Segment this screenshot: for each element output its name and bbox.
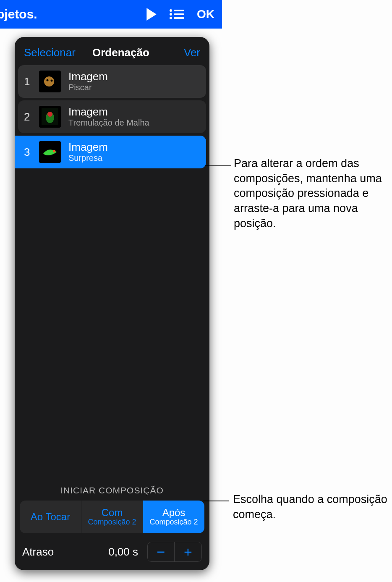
callout-reorder: Para alterar a ordem das composições, ma… — [234, 156, 389, 231]
build-index: 3 — [24, 146, 31, 159]
svg-rect-6 — [174, 17, 184, 19]
select-button[interactable]: Selecionar — [24, 46, 76, 59]
delay-row: Atraso 0,00 s − + — [20, 542, 204, 562]
build-thumbnail — [39, 106, 61, 128]
callout-text: Escolha quando a composição começa. — [233, 492, 388, 522]
build-order-popover: Selecionar Ordenação Ver 1 Imagem Piscar… — [15, 37, 209, 570]
done-button[interactable]: OK — [197, 8, 214, 21]
segment-label: Após — [162, 507, 186, 518]
build-row[interactable]: 2 Imagem Tremulação de Malha — [18, 100, 206, 133]
svg-point-3 — [170, 13, 172, 16]
delay-stepper: − + — [147, 542, 202, 562]
stepper-plus[interactable]: + — [175, 542, 201, 561]
view-button[interactable]: Ver — [184, 46, 200, 59]
stepper-minus[interactable]: − — [148, 542, 175, 561]
segment-sublabel: Composição 2 — [149, 518, 198, 527]
start-option-on-tap[interactable]: Ao Tocar — [20, 501, 81, 533]
popover-title: Ordenação — [92, 46, 149, 59]
build-list: 1 Imagem Piscar 2 Imagem Tremulação de M… — [15, 65, 209, 168]
build-thumbnail — [39, 71, 61, 92]
build-row[interactable]: 1 Imagem Piscar — [18, 65, 206, 98]
svg-point-5 — [170, 17, 172, 19]
toolbar-title-fragment: bjetos. — [0, 7, 37, 21]
build-order-icon[interactable] — [169, 8, 184, 20]
toolbar: bjetos. OK — [0, 0, 222, 29]
build-name: Imagem — [68, 141, 108, 154]
segment-label: Com — [102, 507, 123, 518]
build-effect: Piscar — [68, 83, 108, 92]
build-effect: Surpresa — [68, 153, 108, 163]
start-option-with[interactable]: Com Composição 2 — [81, 501, 143, 533]
build-name: Imagem — [68, 106, 149, 118]
callout-text: Para alterar a ordem das composições, ma… — [234, 156, 389, 231]
build-index: 2 — [24, 110, 31, 123]
delay-label: Atraso — [22, 545, 54, 558]
popover-footer: INICIAR COMPOSIÇÃO Ao Tocar Com Composiç… — [15, 481, 209, 570]
build-row-selected[interactable]: 3 Imagem Surpresa — [15, 136, 206, 168]
svg-point-13 — [47, 112, 52, 117]
start-option-after[interactable]: Após Composição 2 — [143, 501, 204, 533]
delay-value: 0,00 s — [108, 545, 138, 558]
svg-marker-0 — [146, 8, 157, 21]
leader-line — [203, 501, 229, 501]
build-index: 1 — [24, 75, 31, 88]
popover-header: Selecionar Ordenação Ver — [15, 37, 209, 65]
build-name: Imagem — [68, 71, 108, 83]
svg-rect-4 — [174, 13, 184, 15]
leader-line — [205, 165, 231, 166]
svg-point-8 — [44, 76, 54, 87]
build-thumbnail — [39, 141, 61, 163]
svg-point-9 — [47, 79, 49, 81]
segment-label: Ao Tocar — [31, 511, 70, 522]
segment-sublabel: Composição 2 — [88, 518, 136, 527]
start-section-label: INICIAR COMPOSIÇÃO — [20, 485, 204, 495]
svg-rect-2 — [174, 10, 184, 11]
callout-start: Escolha quando a composição começa. — [233, 492, 388, 522]
svg-point-15 — [53, 150, 55, 152]
svg-point-10 — [51, 80, 53, 82]
start-segmented-control: Ao Tocar Com Composição 2 Após Composiçã… — [20, 501, 204, 533]
build-effect: Tremulação de Malha — [68, 118, 149, 128]
svg-point-1 — [170, 9, 172, 12]
play-icon[interactable] — [146, 8, 157, 21]
